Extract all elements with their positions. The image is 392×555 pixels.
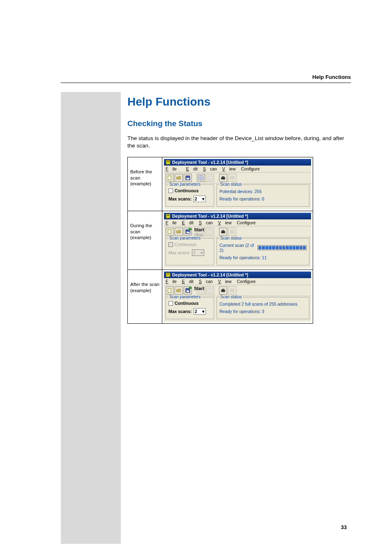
continuous-checkbox-row[interactable]: Continuous <box>168 301 211 306</box>
max-scans-spinner: 2 ▾ <box>192 249 204 256</box>
svg-rect-36 <box>222 289 224 290</box>
svg-marker-31 <box>189 286 192 290</box>
max-scans-value: 2 <box>195 309 197 314</box>
continuous-checkbox-row[interactable]: Continuous <box>168 188 211 193</box>
scan-parameters-legend: Scan parameters <box>168 182 201 187</box>
app-icon <box>166 214 171 219</box>
continuous-checkbox-row: Continuous <box>168 242 211 247</box>
window-titlebar: Deployment Tool - v1.2.14 [Untitled *] <box>164 272 311 278</box>
menu-edit[interactable]: Edit <box>186 166 198 171</box>
grid-icon[interactable] <box>197 174 205 182</box>
scan-parameters-legend: Scan parameters <box>168 295 201 299</box>
binoculars-icon[interactable] <box>219 174 227 182</box>
open-icon[interactable] <box>175 228 183 236</box>
table-row: During the scan (example) Deployment Too… <box>128 211 313 270</box>
svg-rect-12 <box>231 177 234 179</box>
max-scans-row: Max scans: 2 ▾ <box>168 249 211 256</box>
scan-status-group: Scan status Completed 2 full scans of 25… <box>217 297 309 319</box>
window-titlebar: Deployment Tool - v1.2.14 [Untitled *] <box>164 159 311 166</box>
page-title: Help Functions <box>127 95 351 108</box>
svg-rect-0 <box>166 160 170 164</box>
menu-view[interactable]: View <box>218 220 232 225</box>
svg-rect-19 <box>189 233 192 236</box>
scan-parameters-group: Scan parameters Continuous Max scans: 2 <box>166 238 214 265</box>
max-scans-spinner[interactable]: 2 ▾ <box>194 196 206 202</box>
menubar[interactable]: File Edit Scan View Configure <box>164 278 311 285</box>
scan-status-legend: Scan status <box>219 182 242 187</box>
svg-rect-13 <box>166 214 170 218</box>
dropdown-icon: ▾ <box>201 250 203 255</box>
status-line-1: Current scan (2 of 2): <box>219 243 307 253</box>
deployment-tool-window: Deployment Tool - v1.2.14 [Untitled *] F… <box>164 272 311 322</box>
svg-rect-8 <box>208 176 212 180</box>
scan-dropdown-menu[interactable]: Start Stop <box>189 227 204 237</box>
max-scans-value: 2 <box>195 196 197 201</box>
svg-marker-18 <box>189 228 192 231</box>
menu-view[interactable]: View <box>222 166 236 171</box>
checkbox-icon[interactable] <box>168 301 173 306</box>
max-scans-label: Max scans: <box>168 196 192 201</box>
device-icon <box>228 286 236 295</box>
deployment-tool-window: Deployment Tool - v1.2.14 [Untitled *] F… <box>164 159 311 209</box>
window-title-text: Deployment Tool - v1.2.14 [Untitled *] <box>172 160 248 165</box>
continuous-label: Continuous <box>175 301 198 306</box>
grid2-icon <box>206 174 214 182</box>
menu-view[interactable]: View <box>218 279 232 284</box>
screenshot-after: Deployment Tool - v1.2.14 [Untitled *] F… <box>162 270 313 324</box>
menu-edit[interactable]: Edit <box>182 220 194 225</box>
dropdown-icon[interactable]: ▾ <box>202 309 205 314</box>
binoculars-icon[interactable] <box>219 286 227 295</box>
row-label-before: Before the scan (example) <box>128 157 162 211</box>
svg-rect-25 <box>231 230 234 233</box>
scan-parameters-group: Scan parameters Continuous Max scans: 2 <box>166 297 214 319</box>
new-icon[interactable] <box>166 228 174 236</box>
max-scans-label: Max scans: <box>168 250 190 255</box>
menu-configure[interactable]: Configure <box>237 279 256 284</box>
menu-file[interactable]: File <box>166 220 177 225</box>
menu-scan[interactable]: Scan <box>203 166 217 171</box>
max-scans-spinner[interactable]: 2 ▾ <box>194 308 206 315</box>
play-icon <box>189 286 193 290</box>
window-titlebar: Deployment Tool - v1.2.14 [Untitled *] <box>164 213 311 219</box>
new-icon[interactable] <box>166 286 174 295</box>
menu-configure[interactable]: Configure <box>237 220 256 225</box>
binoculars-icon[interactable] <box>219 228 227 236</box>
menu-item-start[interactable]: Start <box>189 227 204 232</box>
status-line-2: Ready for operations: 0 <box>219 196 307 201</box>
app-icon <box>166 272 171 277</box>
stop-icon <box>189 232 193 236</box>
svg-rect-14 <box>167 215 169 216</box>
save-icon[interactable] <box>184 174 192 182</box>
menu-configure[interactable]: Configure <box>241 166 260 171</box>
status-examples-table: Before the scan (example) Deployment Too… <box>127 157 313 324</box>
open-icon[interactable] <box>175 174 183 182</box>
dropdown-icon[interactable]: ▾ <box>202 196 205 201</box>
menu-scan[interactable]: Scan <box>199 279 213 284</box>
menubar[interactable]: File Edit Scan View Configure <box>164 219 311 226</box>
menu-item-start[interactable]: Start <box>189 286 204 291</box>
menubar[interactable]: File Edit Scan View Configure <box>164 166 311 173</box>
svg-rect-26 <box>166 273 170 277</box>
page-number: 33 <box>341 524 347 530</box>
menu-scan[interactable]: Scan <box>199 220 213 225</box>
left-gray-margin <box>61 92 121 544</box>
menu-file[interactable]: File <box>166 166 181 171</box>
status-line-1: Completed 2 full scans of 255 addresses <box>219 302 307 306</box>
screenshot-during: Deployment Tool - v1.2.14 [Untitled *] F… <box>162 211 313 270</box>
new-icon[interactable] <box>166 174 174 182</box>
svg-rect-27 <box>167 274 169 274</box>
open-icon[interactable] <box>175 286 183 295</box>
svg-rect-1 <box>167 161 169 162</box>
menu-edit[interactable]: Edit <box>182 279 194 284</box>
max-scans-row[interactable]: Max scans: 2 ▾ <box>168 196 211 202</box>
scan-status-group: Scan status Current scan (2 of 2): Ready… <box>217 238 309 265</box>
screenshot-before: Deployment Tool - v1.2.14 [Untitled *] F… <box>162 157 313 211</box>
menu-item-stop[interactable]: Stop <box>189 232 204 237</box>
svg-rect-4 <box>187 178 189 180</box>
menu-file[interactable]: File <box>166 279 177 284</box>
svg-rect-11 <box>222 176 224 177</box>
svg-rect-33 <box>208 288 212 292</box>
scan-dropdown-menu[interactable]: Start <box>189 286 204 291</box>
checkbox-icon[interactable] <box>168 189 173 193</box>
max-scans-row[interactable]: Max scans: 2 ▾ <box>168 308 211 315</box>
